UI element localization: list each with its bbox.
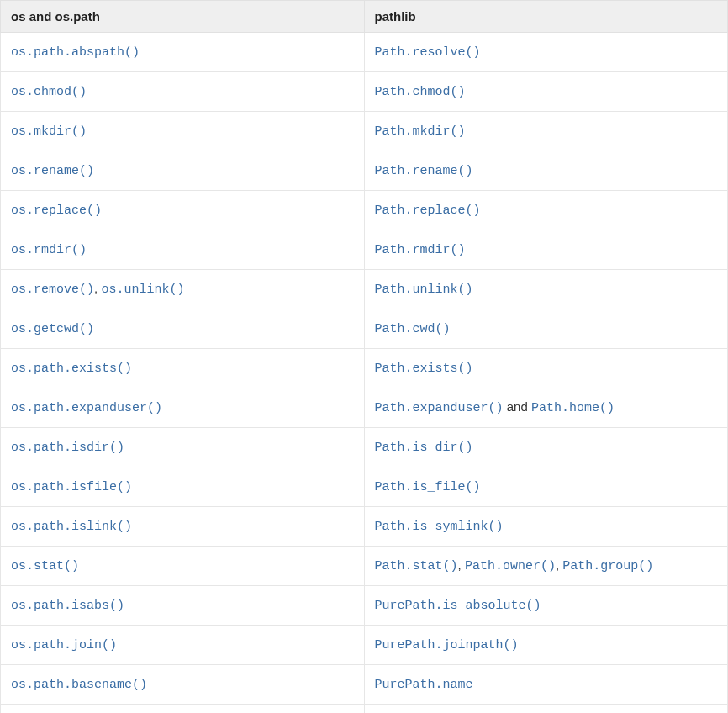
api-link[interactable]: os.unlink() [101, 283, 184, 297]
table-cell: Path.resolve() [364, 33, 728, 72]
api-link[interactable]: os.path.expanduser() [11, 401, 162, 415]
table-cell: Path.is_symlink() [364, 507, 728, 547]
comparison-table: os and os.path pathlib os.path.abspath()… [0, 0, 728, 713]
api-link[interactable]: Path.resolve() [375, 45, 481, 60]
api-link[interactable]: os.path.abspath() [11, 45, 140, 60]
table-cell: Path.chmod() [364, 72, 728, 112]
table-cell: os.rmdir() [1, 230, 365, 270]
table-cell: os.path.expanduser() [1, 388, 365, 428]
api-link[interactable]: Path.replace() [375, 203, 481, 218]
table-row: os.path.dirname()PurePath.parent [1, 705, 728, 714]
api-link[interactable]: os.rmdir() [11, 243, 87, 257]
table-cell: os.path.exists() [1, 349, 365, 388]
table-cell: os.remove(), os.unlink() [1, 270, 365, 309]
table-cell: PurePath.parent [364, 705, 728, 714]
api-link[interactable]: Path.unlink() [375, 283, 473, 297]
table-cell: Path.exists() [364, 349, 728, 388]
table-cell: Path.rmdir() [364, 230, 728, 270]
table-row: os.chmod()Path.chmod() [1, 72, 728, 112]
table-row: os.replace()Path.replace() [1, 191, 728, 230]
api-link[interactable]: os.stat() [11, 559, 79, 573]
table-row: os.path.isabs()PurePath.is_absolute() [1, 586, 728, 626]
api-link[interactable]: Path.chmod() [375, 85, 466, 99]
table-cell: Path.stat(), Path.owner(), Path.group() [364, 547, 728, 586]
table-row: os.remove(), os.unlink()Path.unlink() [1, 270, 728, 309]
api-link[interactable]: os.path.exists() [11, 362, 132, 376]
table-cell: os.path.abspath() [1, 33, 365, 72]
header-os: os and os.path [1, 1, 365, 33]
separator: , [556, 557, 562, 572]
table-row: os.path.join()PurePath.joinpath() [1, 626, 728, 665]
api-link[interactable]: os.remove() [11, 283, 94, 297]
table-cell: os.path.isfile() [1, 467, 365, 507]
api-link[interactable]: os.path.isfile() [11, 480, 132, 494]
separator: , [458, 557, 465, 572]
table-row: os.path.isdir()Path.is_dir() [1, 428, 728, 467]
api-link[interactable]: Path.group() [562, 559, 653, 573]
table-row: os.path.expanduser()Path.expanduser() an… [1, 388, 728, 428]
table-row: os.rmdir()Path.rmdir() [1, 230, 728, 270]
table-cell: Path.mkdir() [364, 112, 728, 151]
api-link[interactable]: Path.expanduser() [375, 401, 504, 415]
table-cell: Path.cwd() [364, 309, 728, 349]
table-cell: os.path.isabs() [1, 586, 365, 626]
table-cell: PurePath.is_absolute() [364, 586, 728, 626]
table-row: os.path.basename()PurePath.name [1, 665, 728, 705]
api-link[interactable]: os.path.isabs() [11, 599, 124, 613]
api-link[interactable]: Path.home() [531, 401, 615, 415]
api-link[interactable]: PurePath.joinpath() [375, 638, 519, 652]
api-link[interactable]: Path.is_file() [375, 480, 481, 494]
api-link[interactable]: Path.rmdir() [375, 243, 466, 257]
table-row: os.getcwd()Path.cwd() [1, 309, 728, 349]
connector-text: and [504, 399, 531, 414]
api-link[interactable]: Path.mkdir() [375, 124, 466, 139]
table-cell: Path.unlink() [364, 270, 728, 309]
table-row: os.stat()Path.stat(), Path.owner(), Path… [1, 547, 728, 586]
table-cell: PurePath.joinpath() [364, 626, 728, 665]
table-row: os.path.isfile()Path.is_file() [1, 467, 728, 507]
api-link[interactable]: os.chmod() [11, 85, 87, 99]
table-row: os.path.exists()Path.exists() [1, 349, 728, 388]
table-cell: os.mkdir() [1, 112, 365, 151]
table-cell: os.replace() [1, 191, 365, 230]
api-link[interactable]: Path.exists() [375, 362, 473, 376]
table-row: os.path.abspath()Path.resolve() [1, 33, 728, 72]
table-cell: os.path.dirname() [1, 705, 365, 714]
table-cell: os.path.basename() [1, 665, 365, 705]
table-cell: os.getcwd() [1, 309, 365, 349]
table-cell: os.path.join() [1, 626, 365, 665]
api-link[interactable]: os.path.basename() [11, 678, 147, 692]
api-link[interactable]: os.replace() [11, 203, 102, 218]
table-cell: Path.rename() [364, 151, 728, 191]
table-cell: PurePath.name [364, 665, 728, 705]
table-row: os.mkdir()Path.mkdir() [1, 112, 728, 151]
table-cell: os.rename() [1, 151, 365, 191]
table-cell: os.path.islink() [1, 507, 365, 547]
table-cell: Path.expanduser() and Path.home() [364, 388, 728, 428]
api-link[interactable]: os.mkdir() [11, 124, 87, 139]
api-link[interactable]: Path.cwd() [375, 322, 451, 336]
api-link[interactable]: os.path.join() [11, 638, 117, 652]
table-cell: os.stat() [1, 547, 365, 586]
header-pathlib: pathlib [364, 1, 728, 33]
table-cell: os.chmod() [1, 72, 365, 112]
api-link[interactable]: os.path.islink() [11, 520, 132, 534]
table-cell: Path.is_dir() [364, 428, 728, 467]
table-cell: Path.replace() [364, 191, 728, 230]
table-row: os.path.islink()Path.is_symlink() [1, 507, 728, 547]
api-link[interactable]: Path.is_dir() [375, 441, 473, 455]
api-link[interactable]: Path.owner() [465, 559, 556, 573]
table-cell: Path.is_file() [364, 467, 728, 507]
api-link[interactable]: PurePath.name [375, 678, 473, 692]
table-cell: os.path.isdir() [1, 428, 365, 467]
api-link[interactable]: PurePath.is_absolute() [375, 599, 541, 613]
api-link[interactable]: Path.rename() [375, 164, 473, 178]
api-link[interactable]: os.getcwd() [11, 322, 94, 336]
api-link[interactable]: os.path.isdir() [11, 441, 124, 455]
table-row: os.rename()Path.rename() [1, 151, 728, 191]
api-link[interactable]: Path.is_symlink() [375, 520, 504, 534]
api-link[interactable]: os.rename() [11, 164, 94, 178]
api-link[interactable]: Path.stat() [375, 559, 458, 573]
